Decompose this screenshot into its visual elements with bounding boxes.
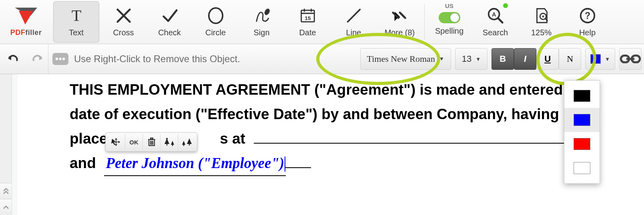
font-size-dropdown[interactable]: 13 ▼ <box>455 48 488 70</box>
insert-link-button[interactable] <box>619 48 642 70</box>
redo-button[interactable] <box>30 52 44 66</box>
color-option-black[interactable] <box>564 84 600 108</box>
object-mini-toolbar: OK <box>105 132 197 152</box>
svg-rect-45 <box>183 145 184 146</box>
font-size-value: 13 <box>462 54 471 64</box>
search-icon: A <box>486 6 505 25</box>
move-handle[interactable] <box>107 134 125 150</box>
undo-icon <box>6 52 20 64</box>
svg-marker-44 <box>182 141 185 145</box>
tool-cross[interactable]: Cross <box>100 0 146 44</box>
normal-style-button[interactable]: N <box>559 48 581 70</box>
more-icon <box>391 6 409 25</box>
svg-rect-40 <box>167 144 167 146</box>
svg-marker-22 <box>8 55 11 60</box>
text-color-dropdown[interactable]: ▼ <box>585 48 615 70</box>
hint-text: Use Right-Click to Remove this Object. <box>74 53 240 65</box>
tool-more[interactable]: More (8) <box>377 0 423 44</box>
spelling-lang: US <box>445 2 453 9</box>
help-icon: ? <box>578 6 597 25</box>
scroll-up-button[interactable] <box>0 199 12 215</box>
sign-icon <box>253 6 271 25</box>
chevron-up-icon <box>3 205 9 210</box>
tool-check[interactable]: Check <box>146 0 193 44</box>
tool-check-label: Check <box>158 28 181 37</box>
tool-search-label: Search <box>483 28 508 37</box>
color-option-white[interactable] <box>564 156 600 180</box>
double-chevron-up-icon <box>3 188 9 195</box>
doc-line-2: date of execution ("Effective Date") by … <box>70 102 644 126</box>
tool-sign[interactable]: Sign <box>239 0 285 44</box>
svg-marker-32 <box>118 141 120 143</box>
chevron-down-icon: ▼ <box>475 56 481 62</box>
delete-button[interactable] <box>142 134 160 150</box>
tool-zoom[interactable]: 125% <box>518 0 564 44</box>
tool-sign-label: Sign <box>253 28 269 37</box>
current-color-swatch <box>590 54 601 64</box>
tool-line[interactable]: Line <box>331 0 377 44</box>
brand-text: PDFfiller <box>10 28 42 37</box>
svg-text:T: T <box>71 6 81 24</box>
tool-date-label: Date <box>299 28 316 37</box>
date-icon: 15 <box>299 6 317 25</box>
bold-button[interactable]: B <box>492 48 514 70</box>
chevron-down-icon: ▼ <box>605 56 610 62</box>
color-picker-panel <box>564 80 600 184</box>
color-option-red[interactable] <box>564 132 600 156</box>
svg-marker-30 <box>115 138 117 140</box>
underline-button[interactable]: U <box>536 48 559 70</box>
pdffiller-logo-icon <box>14 7 38 26</box>
main-toolbar: PDFfiller T Text Cross Check Circle Sign <box>0 0 644 44</box>
svg-text:A: A <box>492 11 496 18</box>
active-text-field[interactable]: Peter Johnson ("Employee") <box>104 151 286 176</box>
tool-text[interactable]: T Text <box>53 1 99 43</box>
hint-bubble-icon: ••• <box>52 53 68 65</box>
spelling-switch-icon <box>439 12 460 23</box>
svg-line-15 <box>498 18 502 23</box>
cross-icon <box>114 6 133 25</box>
svg-marker-23 <box>39 55 42 60</box>
blank-field[interactable] <box>254 132 574 144</box>
page-nav-gutter <box>0 74 12 215</box>
decrease-size-button[interactable] <box>178 134 195 150</box>
circle-icon <box>207 6 225 25</box>
tool-help[interactable]: ? Help <box>564 0 610 44</box>
svg-marker-1 <box>19 11 33 24</box>
tool-spelling-label: Spelling <box>435 26 463 36</box>
blank-field-tail <box>285 156 311 168</box>
svg-text:15: 15 <box>305 15 311 21</box>
zoom-icon <box>532 6 551 25</box>
doc-line-4: and Peter Johnson ("Employee") <box>70 151 644 176</box>
tool-text-label: Text <box>69 28 84 37</box>
search-notify-dot <box>503 3 508 8</box>
tool-circle[interactable]: Circle <box>193 0 239 44</box>
svg-rect-47 <box>189 144 190 146</box>
tool-date[interactable]: 15 Date <box>285 0 331 44</box>
tool-line-label: Line <box>346 28 361 37</box>
tool-zoom-label: 125% <box>531 28 552 37</box>
tool-spelling[interactable]: US Spelling <box>426 0 472 44</box>
line-icon <box>345 6 363 25</box>
scroll-top-button[interactable] <box>0 183 12 199</box>
italic-button[interactable]: I <box>514 48 536 70</box>
undo-button[interactable] <box>6 52 20 66</box>
ok-button[interactable]: OK <box>125 134 142 150</box>
tool-search[interactable]: A Search <box>472 0 518 44</box>
svg-marker-41 <box>171 141 174 145</box>
color-option-blue[interactable] <box>564 108 600 132</box>
tool-help-label: Help <box>579 28 596 37</box>
tool-circle-label: Circle <box>205 28 226 37</box>
font-family-value: Times New Roman <box>367 54 435 64</box>
tool-more-label: More (8) <box>385 28 415 37</box>
font-family-dropdown[interactable]: Times New Roman ▼ <box>360 48 451 70</box>
doc-line-1: THIS EMPLOYMENT AGREEMENT ("Agreement") … <box>70 77 644 102</box>
svg-marker-43 <box>166 138 168 139</box>
chevron-down-icon: ▼ <box>439 56 444 62</box>
tree-big-icon <box>164 138 175 146</box>
tool-cross-label: Cross <box>113 28 134 37</box>
svg-rect-38 <box>150 138 153 139</box>
increase-size-button[interactable] <box>160 134 178 150</box>
move-icon <box>111 137 121 147</box>
redo-icon <box>30 52 44 64</box>
app-logo[interactable]: PDFfiller <box>0 0 52 44</box>
